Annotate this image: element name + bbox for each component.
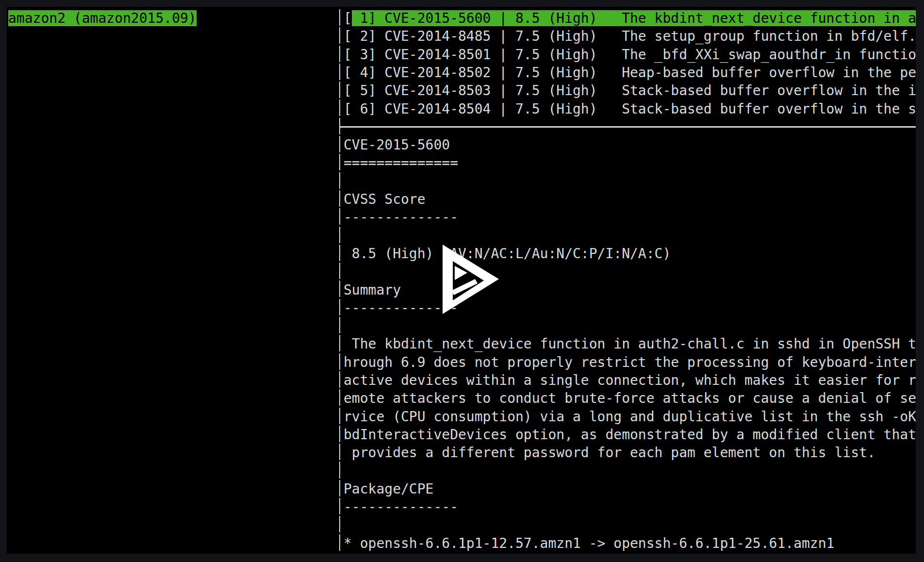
detail-summary-text-line: rvice (CPU consumption) via a long and d…	[344, 408, 916, 426]
cve-list-item-text: 3] CVE-2014-8501 | 7.5 (High) The _bfd_X…	[352, 47, 916, 63]
cve-list-item-prefix: [	[344, 10, 352, 26]
cve-list-item-text: 6] CVE-2014-8504 | 7.5 (High) Stack-base…	[352, 101, 916, 117]
cve-list-item-5[interactable]: [ 5] CVE-2014-8503 | 7.5 (High) Stack-ba…	[344, 82, 916, 99]
cve-list-item-prefix: [	[344, 47, 352, 63]
pane-divider-line	[339, 9, 340, 551]
detail-package-heading: Package/CPE	[344, 480, 433, 498]
cve-list-item-prefix: [	[344, 101, 352, 117]
cve-list-item-text: 2] CVE-2014-8485 | 7.5 (High) The setup_…	[352, 28, 916, 44]
play-button-icon[interactable]	[439, 242, 501, 316]
cve-list-item-2[interactable]: [ 2] CVE-2014-8485 | 7.5 (High) The setu…	[344, 27, 916, 45]
detail-summary-text-line: active devices within a single connectio…	[344, 371, 916, 389]
cve-list-item-4[interactable]: [ 4] CVE-2014-8502 | 7.5 (High) Heap-bas…	[344, 64, 916, 82]
list-detail-separator-line	[339, 126, 916, 128]
asciinema-player-frame: { "colors": { "bg": "#000000", "frame": …	[0, 0, 924, 562]
detail-summary-text-line: hrough 6.9 does not properly restrict th…	[344, 353, 916, 371]
detail-cve-id-underline: ==============	[344, 154, 458, 172]
detail-summary-heading: Summary	[344, 281, 401, 299]
detail-summary-text-line: bdInteractiveDevices option, as demonstr…	[344, 426, 916, 444]
cve-list-item-1[interactable]: [ 1] CVE-2015-5600 | 8.5 (High) The kbdi…	[344, 9, 916, 27]
detail-summary-text-line: The kbdint_next_device function in auth2…	[344, 335, 916, 353]
cve-list-item-3[interactable]: [ 3] CVE-2014-8501 | 7.5 (High) The _bfd…	[344, 46, 916, 64]
cve-list-item-text-selected: 1] CVE-2015-5600 | 8.5 (High) The kbdint…	[352, 10, 916, 26]
detail-cvss-heading: CVSS Score	[344, 190, 426, 208]
cve-list-item-prefix: [	[344, 83, 352, 99]
cve-list-item-text: 5] CVE-2014-8503 | 7.5 (High) Stack-base…	[352, 83, 916, 99]
detail-package-underline: --------------	[344, 498, 458, 516]
detail-summary-text-line: emote attackers to conduct brute-force a…	[344, 389, 916, 407]
cve-list-item-6[interactable]: [ 6] CVE-2014-8504 | 7.5 (High) Stack-ba…	[344, 100, 916, 118]
cve-list-item-prefix: [	[344, 65, 352, 81]
cve-list-item-text: 4] CVE-2014-8502 | 7.5 (High) Heap-based…	[352, 65, 916, 81]
detail-cvss-score-value: 8.5 (High) (AV:N/AC:L/Au:N/C:P/I:N/A:C)	[344, 245, 671, 263]
detail-cvss-underline: --------------	[344, 208, 458, 226]
selected-host-label: amazon2 (amazon2015.09)	[8, 10, 197, 26]
cve-list-item-prefix: [	[344, 28, 352, 44]
host-pane-selected-item[interactable]: amazon2 (amazon2015.09)	[8, 9, 197, 27]
detail-summary-text-line: provides a different password for each p…	[344, 444, 875, 462]
detail-package-upgrade-line: * openssh-6.6.1p1-12.57.amzn1 -> openssh…	[344, 534, 834, 552]
detail-cve-id: CVE-2015-5600	[344, 136, 450, 154]
